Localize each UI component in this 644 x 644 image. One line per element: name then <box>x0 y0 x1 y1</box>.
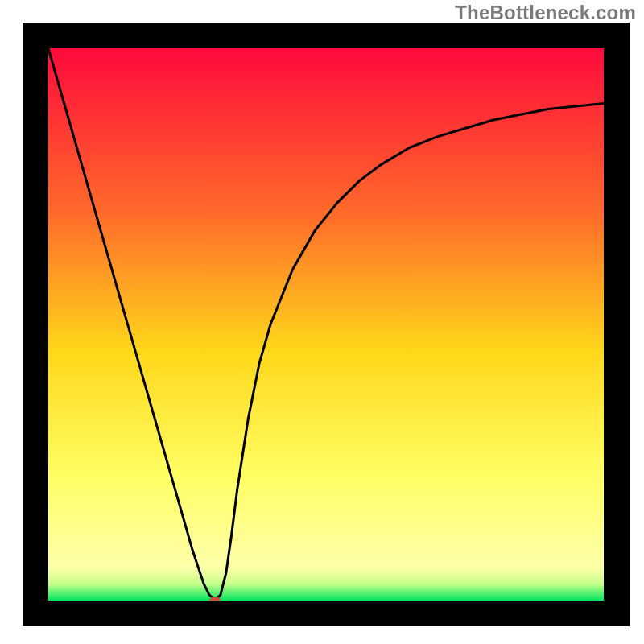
attribution-label: TheBottleneck.com <box>455 2 636 24</box>
gradient-background <box>48 48 604 601</box>
bottleneck-chart <box>0 0 644 644</box>
